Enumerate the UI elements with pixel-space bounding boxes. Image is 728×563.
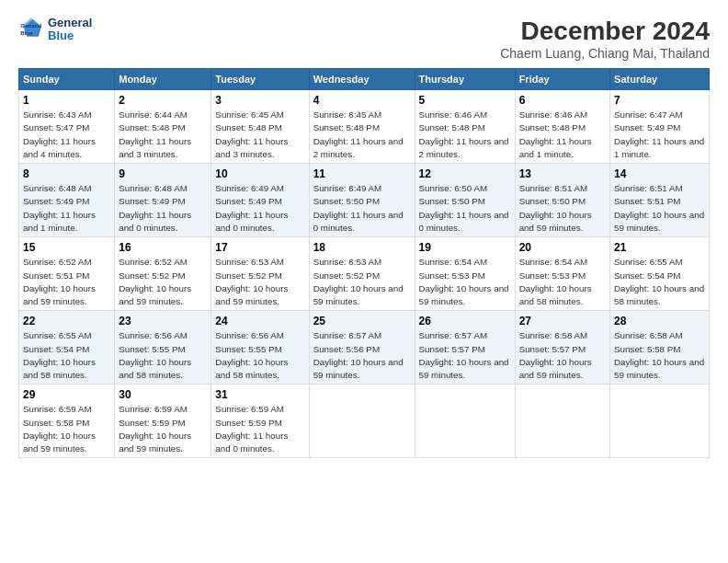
col-header-monday: Monday: [115, 69, 211, 90]
day-number: 4: [313, 93, 411, 108]
sunset: Sunset: 5:48 PM: [215, 122, 281, 132]
sunrise: Sunrise: 6:49 AM: [215, 183, 284, 193]
col-header-saturday: Saturday: [610, 69, 710, 90]
sunrise: Sunrise: 6:44 AM: [119, 109, 188, 120]
day-number: 18: [313, 240, 411, 255]
subtitle: Chaem Luang, Chiang Mai, Thailand: [500, 46, 710, 61]
sunrise: Sunrise: 6:57 AM: [419, 330, 488, 340]
day-number: 26: [419, 314, 511, 328]
daylight: Daylight: 10 hours and 58 minutes.: [614, 283, 704, 306]
sunrise: Sunrise: 6:51 AM: [519, 183, 588, 193]
daylight: Daylight: 11 hours and 1 minute.: [519, 136, 592, 159]
day-number: 8: [23, 167, 110, 181]
day-number: 24: [215, 314, 304, 328]
daylight: Daylight: 10 hours and 59 minutes.: [119, 431, 191, 454]
svg-text:Blue: Blue: [20, 30, 33, 37]
day-number: 21: [614, 240, 705, 255]
sunset: Sunset: 5:59 PM: [119, 418, 185, 428]
sunset: Sunset: 5:51 PM: [23, 270, 89, 281]
day-number: 9: [119, 167, 207, 181]
day-cell-2: 2 Sunrise: 6:44 AM Sunset: 5:48 PM Dayli…: [115, 90, 211, 164]
sunset: Sunset: 5:50 PM: [419, 196, 485, 206]
daylight: Daylight: 11 hours and 0 minutes.: [119, 210, 191, 233]
sunrise: Sunrise: 6:45 AM: [215, 109, 284, 120]
logo-text-general: General: [48, 17, 92, 29]
daylight: Daylight: 10 hours and 59 minutes.: [614, 357, 704, 380]
day-cell-14: 14 Sunrise: 6:51 AM Sunset: 5:51 PM Dayl…: [610, 164, 710, 237]
daylight: Daylight: 10 hours and 58 minutes.: [23, 357, 96, 380]
daylight: Daylight: 10 hours and 59 minutes.: [313, 283, 404, 306]
sunset: Sunset: 5:54 PM: [614, 270, 680, 281]
day-cell-31: 31 Sunrise: 6:59 AM Sunset: 5:59 PM Dayl…: [211, 385, 309, 458]
daylight: Daylight: 10 hours and 59 minutes.: [614, 210, 704, 233]
sunset: Sunset: 5:52 PM: [215, 270, 281, 281]
day-number: 23: [119, 314, 207, 328]
daylight: Daylight: 11 hours and 2 minutes.: [313, 136, 404, 159]
sunset: Sunset: 5:49 PM: [614, 122, 680, 132]
day-number: 25: [313, 314, 411, 328]
week-row-5: 29 Sunrise: 6:59 AM Sunset: 5:58 PM Dayl…: [19, 385, 710, 458]
empty-cell: [515, 385, 609, 458]
sunrise: Sunrise: 6:59 AM: [119, 404, 188, 414]
day-cell-23: 23 Sunrise: 6:56 AM Sunset: 5:55 PM Dayl…: [115, 311, 211, 385]
sunset: Sunset: 5:52 PM: [119, 270, 185, 281]
sunset: Sunset: 5:49 PM: [119, 196, 185, 206]
sunrise: Sunrise: 6:46 AM: [419, 109, 488, 120]
sunrise: Sunrise: 6:58 AM: [614, 330, 683, 340]
day-cell-26: 26 Sunrise: 6:57 AM Sunset: 5:57 PM Dayl…: [415, 311, 515, 385]
daylight: Daylight: 11 hours and 3 minutes.: [215, 136, 288, 159]
daylight: Daylight: 11 hours and 4 minutes.: [23, 136, 96, 159]
sunrise: Sunrise: 6:48 AM: [23, 183, 92, 193]
day-number: 6: [519, 93, 606, 108]
day-cell-10: 10 Sunrise: 6:49 AM Sunset: 5:49 PM Dayl…: [211, 164, 309, 237]
day-cell-18: 18 Sunrise: 6:53 AM Sunset: 5:52 PM Dayl…: [309, 237, 415, 311]
day-number: 28: [614, 314, 705, 328]
sunrise: Sunrise: 6:53 AM: [313, 257, 382, 267]
sunrise: Sunrise: 6:45 AM: [313, 109, 382, 120]
day-number: 2: [119, 93, 207, 108]
daylight: Daylight: 11 hours and 2 minutes.: [419, 136, 509, 159]
sunrise: Sunrise: 6:49 AM: [313, 183, 382, 193]
day-cell-16: 16 Sunrise: 6:52 AM Sunset: 5:52 PM Dayl…: [115, 237, 211, 311]
daylight: Daylight: 11 hours and 0 minutes.: [215, 210, 288, 233]
day-number: 30: [119, 387, 207, 402]
day-cell-24: 24 Sunrise: 6:56 AM Sunset: 5:55 PM Dayl…: [211, 311, 309, 385]
logo: General Blue General Blue: [18, 17, 92, 43]
sunset: Sunset: 5:49 PM: [23, 196, 89, 206]
day-cell-12: 12 Sunrise: 6:50 AM Sunset: 5:50 PM Dayl…: [415, 164, 515, 237]
calendar-table: SundayMondayTuesdayWednesdayThursdayFrid…: [18, 68, 710, 458]
day-number: 5: [419, 93, 511, 108]
daylight: Daylight: 10 hours and 59 minutes.: [23, 431, 96, 454]
sunset: Sunset: 5:47 PM: [23, 122, 89, 132]
sunset: Sunset: 5:52 PM: [313, 270, 380, 281]
sunrise: Sunrise: 6:47 AM: [614, 109, 683, 120]
week-row-3: 15 Sunrise: 6:52 AM Sunset: 5:51 PM Dayl…: [19, 237, 710, 311]
day-number: 22: [23, 314, 110, 328]
main-title: December 2024: [500, 17, 710, 46]
sunset: Sunset: 5:59 PM: [215, 418, 281, 428]
day-number: 11: [313, 167, 411, 181]
sunset: Sunset: 5:56 PM: [313, 344, 380, 354]
sunrise: Sunrise: 6:56 AM: [119, 330, 188, 340]
day-number: 31: [215, 387, 304, 402]
day-cell-30: 30 Sunrise: 6:59 AM Sunset: 5:59 PM Dayl…: [115, 385, 211, 458]
daylight: Daylight: 10 hours and 58 minutes.: [519, 283, 592, 306]
sunset: Sunset: 5:48 PM: [313, 122, 380, 132]
day-cell-27: 27 Sunrise: 6:58 AM Sunset: 5:57 PM Dayl…: [515, 311, 609, 385]
sunrise: Sunrise: 6:56 AM: [215, 330, 284, 340]
day-cell-21: 21 Sunrise: 6:55 AM Sunset: 5:54 PM Dayl…: [610, 237, 710, 311]
col-header-tuesday: Tuesday: [211, 69, 309, 90]
sunrise: Sunrise: 6:55 AM: [614, 257, 683, 267]
day-number: 29: [23, 387, 110, 402]
day-number: 1: [23, 93, 110, 108]
sunrise: Sunrise: 6:43 AM: [23, 109, 92, 120]
sunset: Sunset: 5:58 PM: [23, 418, 89, 428]
daylight: Daylight: 10 hours and 59 minutes.: [419, 283, 509, 306]
daylight: Daylight: 10 hours and 58 minutes.: [215, 357, 288, 380]
day-number: 19: [419, 240, 511, 255]
sunset: Sunset: 5:49 PM: [215, 196, 281, 206]
day-cell-8: 8 Sunrise: 6:48 AM Sunset: 5:49 PM Dayli…: [19, 164, 115, 237]
sunrise: Sunrise: 6:53 AM: [215, 257, 284, 267]
day-cell-5: 5 Sunrise: 6:46 AM Sunset: 5:48 PM Dayli…: [415, 90, 515, 164]
sunrise: Sunrise: 6:46 AM: [519, 109, 588, 120]
